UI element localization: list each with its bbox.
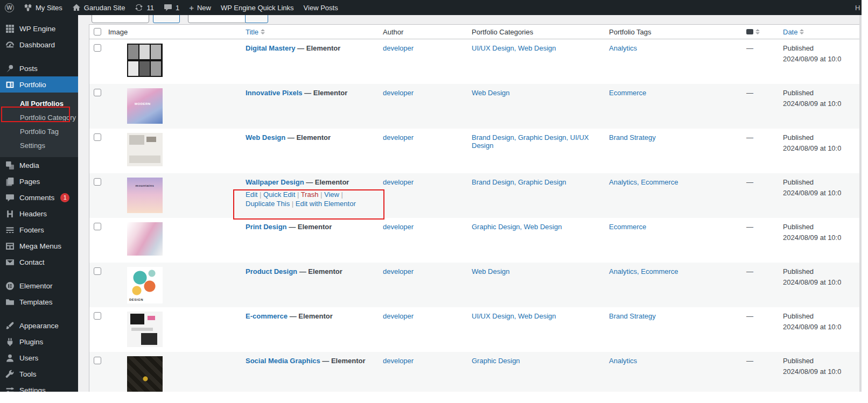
tags-links[interactable]: Analytics, Ecommerce <box>609 178 678 186</box>
sidebar-item-pages[interactable]: Pages <box>0 173 78 189</box>
portfolio-thumbnail[interactable]: mountains <box>127 178 163 213</box>
sidebar-subitem-portfolio-tag[interactable]: Portfolio Tag <box>0 124 78 138</box>
filter-button-2[interactable] <box>245 15 268 23</box>
portfolio-icon <box>5 80 15 89</box>
view-posts-menu[interactable]: View Posts <box>299 0 343 15</box>
sidebar-item-plugins[interactable]: Plugins <box>0 334 78 350</box>
portfolio-thumbnail[interactable] <box>127 44 163 77</box>
sidebar-item-comments[interactable]: Comments1 <box>0 189 78 206</box>
comments-menu[interactable]: 1 <box>159 0 184 15</box>
row-action-edit[interactable]: Edit <box>246 190 257 199</box>
row-checkbox[interactable] <box>94 267 101 275</box>
sidebar-subitem-portfolio-category[interactable]: Portfolio Category <box>0 110 78 124</box>
wpengine-quick-links-menu[interactable]: WP Engine Quick Links <box>216 0 299 15</box>
categories-links[interactable]: UI/UX Design, Web Design <box>472 312 556 320</box>
tags-links[interactable]: Brand Strategy <box>609 133 656 142</box>
column-header-comments[interactable] <box>746 29 760 34</box>
sidebar-item-settings[interactable]: Settings <box>0 382 78 392</box>
categories-links[interactable]: Brand Design, Graphic Design, UI/UX Desi… <box>472 133 589 150</box>
portfolio-thumbnail[interactable]: DESIGN <box>127 267 163 303</box>
filter-button-1[interactable] <box>153 15 180 23</box>
row-action-duplicate-this[interactable]: Duplicate This <box>246 200 290 208</box>
portfolio-title-link[interactable]: E-commerce <box>246 312 290 320</box>
row-checkbox[interactable] <box>94 89 101 96</box>
howdy-partial[interactable]: H <box>855 4 862 12</box>
row-checkbox[interactable] <box>94 223 101 230</box>
row-checkbox[interactable] <box>94 44 101 52</box>
author-link[interactable]: developer <box>383 267 414 275</box>
updates-menu[interactable]: 11 <box>130 0 159 15</box>
tags-links[interactable]: Brand Strategy <box>609 312 656 320</box>
row-checkbox[interactable] <box>94 133 101 141</box>
sidebar-item-headers[interactable]: Headers <box>0 206 78 222</box>
tags-links[interactable]: Analytics <box>609 357 637 365</box>
sidebar-item-tools[interactable]: Tools <box>0 366 78 382</box>
tags-links[interactable]: Ecommerce <box>609 89 646 97</box>
categories-links[interactable]: Graphic Design <box>472 357 520 365</box>
portfolio-title-link[interactable]: Print Design <box>246 223 289 231</box>
tags-links[interactable]: Analytics, Ecommerce <box>609 267 678 275</box>
filter-category-select[interactable] <box>188 15 247 23</box>
author-link[interactable]: developer <box>383 133 414 142</box>
sidebar-item-elementor[interactable]: Elementor <box>0 278 78 294</box>
sidebar-item-label: Headers <box>19 210 47 218</box>
row-checkbox[interactable] <box>94 312 101 320</box>
row-title: Print Design — Elementor <box>246 223 377 231</box>
portfolio-title-link[interactable]: Digital Mastery <box>246 44 297 52</box>
new-content-menu[interactable]: + New <box>184 0 216 15</box>
portfolio-thumbnail[interactable]: MODERN <box>127 88 163 124</box>
tags-links[interactable]: Ecommerce <box>609 223 646 231</box>
portfolio-thumbnail[interactable] <box>127 133 163 166</box>
categories-links[interactable]: Web Design <box>472 267 510 275</box>
comment-count-empty: — <box>746 178 753 186</box>
categories-links[interactable]: UI/UX Design, Web Design <box>472 44 556 52</box>
sidebar-item-dashboard[interactable]: Dashboard <box>0 37 78 53</box>
sidebar-subitem-portfolio-settings[interactable]: Settings <box>0 138 78 152</box>
select-all-checkbox[interactable] <box>94 28 101 36</box>
portfolio-thumbnail[interactable] <box>127 312 163 347</box>
sidebar-item-appearance[interactable]: Appearance <box>0 317 78 334</box>
row-action-trash[interactable]: Trash <box>301 190 319 199</box>
categories-links[interactable]: Web Design <box>472 89 510 97</box>
categories-links[interactable]: Brand Design, Graphic Design <box>472 178 566 186</box>
portfolio-title-link[interactable]: Wallpaper Design <box>246 178 306 186</box>
row-action-quick-edit[interactable]: Quick Edit <box>263 190 295 199</box>
portfolio-title-link[interactable]: Innovative Pixels <box>246 89 304 97</box>
author-link[interactable]: developer <box>383 89 414 97</box>
new-label: New <box>197 4 211 12</box>
column-header-date[interactable]: Date <box>783 28 804 36</box>
tags-links[interactable]: Analytics <box>609 44 637 52</box>
sidebar-item-media[interactable]: Media <box>0 157 78 173</box>
sidebar-item-footers[interactable]: Footers <box>0 222 78 238</box>
author-link[interactable]: developer <box>383 312 414 320</box>
sidebar-item-templates[interactable]: Templates <box>0 294 78 310</box>
vertical-scrollbar[interactable] <box>859 15 862 392</box>
portfolio-title-link[interactable]: Product Design <box>246 267 299 275</box>
sidebar-item-contact[interactable]: Contact <box>0 254 78 270</box>
wordpress-menu[interactable]: W <box>0 0 19 15</box>
column-header-title[interactable]: Title <box>246 28 265 36</box>
my-sites-menu[interactable]: My Sites <box>19 0 67 15</box>
portfolio-thumbnail[interactable] <box>127 222 163 256</box>
author-link[interactable]: developer <box>383 178 414 186</box>
author-link[interactable]: developer <box>383 44 414 52</box>
row-checkbox[interactable] <box>94 357 101 364</box>
sidebar-item-wp-engine[interactable]: WP Engine <box>0 20 78 37</box>
portfolio-title-link[interactable]: Social Media Graphics <box>246 357 322 365</box>
portfolio-title-link[interactable]: Web Design <box>246 133 288 142</box>
sidebar-item-mega-menus[interactable]: Mega Menus <box>0 238 78 254</box>
portfolio-thumbnail[interactable] <box>127 356 163 392</box>
author-link[interactable]: developer <box>383 357 414 365</box>
envelope-icon <box>5 258 15 267</box>
row-action-edit-with-elementor[interactable]: Edit with Elementor <box>296 200 356 208</box>
sidebar-item-posts[interactable]: Posts <box>0 60 78 76</box>
filter-date-select[interactable] <box>92 15 149 23</box>
sidebar-item-portfolio[interactable]: Portfolio <box>0 76 78 93</box>
row-action-view[interactable]: View <box>324 190 339 199</box>
categories-links[interactable]: Graphic Design, Web Design <box>472 223 562 231</box>
site-name-menu[interactable]: Garudan Site <box>67 0 130 15</box>
row-checkbox[interactable] <box>94 178 101 186</box>
sidebar-item-users[interactable]: Users <box>0 350 78 366</box>
author-link[interactable]: developer <box>383 223 414 231</box>
sidebar-subitem-all-portfolios[interactable]: All Portfolios <box>0 96 78 110</box>
